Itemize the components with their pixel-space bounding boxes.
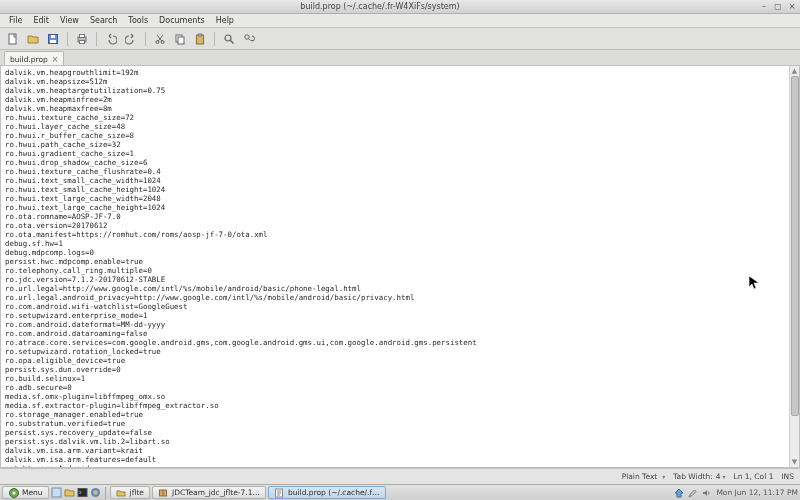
menu-tools[interactable]: Tools [123, 15, 153, 26]
tray-pen-icon[interactable] [688, 488, 698, 498]
tray-volume-icon[interactable] [702, 488, 712, 498]
svg-rect-17 [52, 488, 61, 497]
find-replace-button[interactable] [240, 30, 258, 48]
browser-launcher[interactable] [90, 487, 101, 498]
scroll-up-arrow-icon[interactable]: ▲ [790, 66, 799, 76]
menu-help[interactable]: Help [211, 15, 239, 26]
open-button[interactable] [24, 30, 42, 48]
undo-button[interactable] [102, 30, 120, 48]
tabwidth-label: Tab Width: [673, 472, 712, 481]
menu-icon [8, 487, 19, 498]
redo-icon [125, 33, 137, 45]
taskbar-item-jdcteam[interactable]: JDCTeam_jdc_jflte-7.1… [152, 486, 266, 499]
file-manager-launcher[interactable] [64, 487, 75, 498]
start-menu-label: Menu [22, 488, 43, 497]
open-folder-icon [27, 33, 39, 45]
svg-rect-12 [199, 34, 202, 36]
taskbar-item-label: JDCTeam_jdc_jflte-7.1… [172, 488, 260, 497]
scroll-down-arrow-icon[interactable]: ▼ [790, 457, 799, 467]
menubar: File Edit View Search Tools Documents He… [0, 14, 800, 28]
find-replace-icon [243, 33, 255, 45]
tray-clock[interactable]: Mon Jun 12, 11:17 PM [716, 488, 798, 497]
menu-file[interactable]: File [4, 15, 27, 26]
tabwidth-value[interactable]: 4 [716, 472, 726, 481]
svg-point-20 [93, 490, 97, 494]
taskbar-separator [105, 487, 106, 499]
toolbar-separator [214, 32, 215, 46]
editor-area: dalvik.vm.heapgrowthlimit=192m dalvik.vm… [0, 66, 800, 468]
scrollbar-thumb[interactable] [791, 76, 799, 416]
os-taskbar: Menu jflte JDCTeam_jdc_jflte-7.1… build.… [0, 484, 800, 500]
tray-update-icon[interactable] [674, 488, 684, 498]
paste-button[interactable] [191, 30, 209, 48]
svg-rect-2 [50, 40, 56, 43]
tab-strip: build.prop × [0, 50, 800, 66]
vertical-scrollbar[interactable]: ▲ ▼ [789, 66, 799, 467]
save-button[interactable] [44, 30, 62, 48]
svg-rect-10 [178, 37, 184, 44]
menu-documents[interactable]: Documents [154, 15, 210, 26]
window-minimize-button[interactable]: – [758, 2, 770, 12]
print-button[interactable] [73, 30, 91, 48]
system-tray: Mon Jun 12, 11:17 PM [674, 488, 798, 498]
taskbar-item-label: build.prop (~/.cache/.f… [288, 488, 380, 497]
menu-edit[interactable]: Edit [28, 15, 54, 26]
undo-icon [105, 33, 117, 45]
menu-view[interactable]: View [55, 15, 84, 26]
save-icon [47, 33, 59, 45]
archive-icon [158, 487, 169, 498]
cut-button[interactable] [151, 30, 169, 48]
tab-label: build.prop [10, 55, 48, 64]
scrollbar-track[interactable] [790, 76, 799, 457]
toolbar-separator [67, 32, 68, 46]
cursor-position: Ln 1, Col 1 [733, 472, 773, 481]
toolbar-separator [96, 32, 97, 46]
svg-point-16 [12, 491, 15, 494]
terminal-launcher[interactable] [77, 487, 88, 498]
new-file-button[interactable] [4, 30, 22, 48]
paste-icon [194, 33, 206, 45]
cut-icon [154, 33, 166, 45]
taskbar-item-jflte[interactable]: jflte [110, 486, 150, 499]
svg-rect-5 [80, 34, 85, 37]
folder-icon [116, 487, 127, 498]
new-file-icon [7, 33, 19, 45]
svg-rect-3 [51, 35, 55, 38]
redo-button[interactable] [122, 30, 140, 48]
taskbar-item-label: jflte [130, 488, 144, 497]
window-close-button[interactable]: × [786, 2, 798, 12]
print-icon [76, 33, 88, 45]
start-menu-button[interactable]: Menu [2, 486, 49, 499]
taskbar-item-buildprop[interactable]: build.prop (~/.cache/.f… [268, 486, 386, 499]
editor-content[interactable]: dalvik.vm.heapgrowthlimit=192m dalvik.vm… [1, 66, 789, 467]
tab-close-button[interactable]: × [52, 55, 59, 64]
menu-search[interactable]: Search [85, 15, 122, 26]
editor-statusbar: Plain Text Tab Width: 4 Ln 1, Col 1 INS [0, 468, 800, 484]
find-button[interactable] [220, 30, 238, 48]
syntax-selector[interactable]: Plain Text [622, 472, 666, 481]
toolbar-separator [145, 32, 146, 46]
insert-mode[interactable]: INS [781, 472, 794, 481]
tab-buildprop[interactable]: build.prop × [4, 51, 64, 65]
window-title: build.prop (~/.cache/.fr-W4XiFs/system) [2, 2, 758, 11]
toolbar [0, 28, 800, 50]
text-editor[interactable]: dalvik.vm.heapgrowthlimit=192m dalvik.vm… [1, 66, 789, 467]
tabwidth-indicator[interactable]: Tab Width: 4 [673, 472, 725, 481]
svg-rect-6 [80, 40, 85, 43]
svg-rect-18 [78, 489, 87, 497]
copy-button[interactable] [171, 30, 189, 48]
search-icon [223, 33, 235, 45]
text-editor-icon [274, 487, 285, 498]
copy-icon [174, 33, 186, 45]
window-maximize-button[interactable]: ▢ [772, 2, 784, 12]
window-titlebar: build.prop (~/.cache/.fr-W4XiFs/system) … [0, 0, 800, 14]
svg-point-13 [225, 35, 231, 41]
mouse-cursor-icon [749, 276, 759, 290]
show-desktop-button[interactable] [51, 487, 62, 498]
svg-point-14 [245, 34, 249, 38]
svg-rect-0 [9, 34, 16, 44]
